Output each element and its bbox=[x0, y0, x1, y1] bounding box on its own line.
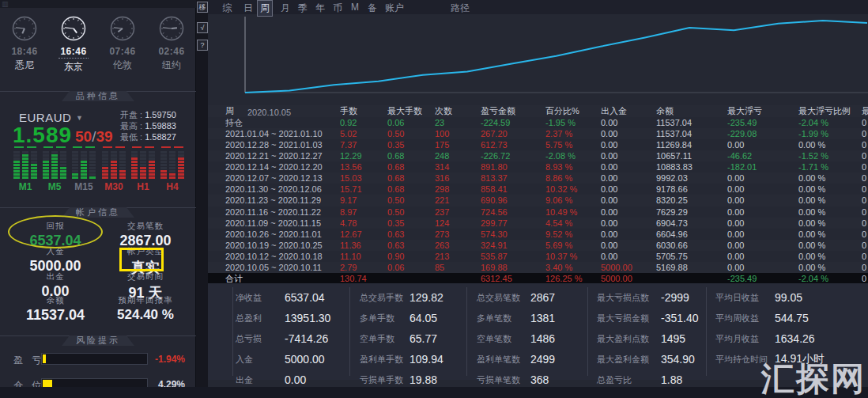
pnl-cell: 891.80 bbox=[481, 161, 545, 172]
period-cell: 持仓 bbox=[225, 117, 340, 128]
eq-cell bbox=[43, 161, 49, 163]
world-clock-纽约[interactable]: 02:46纽约 bbox=[149, 16, 194, 74]
count-cell: 237 bbox=[435, 207, 481, 218]
timeframe-H1[interactable]: H1 bbox=[131, 146, 155, 192]
clock-face-icon bbox=[159, 16, 184, 41]
eq-cell bbox=[89, 154, 96, 157]
account-item-label: 交易笔数 bbox=[101, 221, 190, 232]
account-item-label: 入金 bbox=[6, 246, 104, 257]
period-cell: 2020.11.30 ~ 2020.12.06 bbox=[225, 184, 340, 195]
max-float-loss-cell: 0.00 bbox=[727, 207, 798, 218]
timeframe-M30[interactable]: M30 bbox=[102, 146, 126, 192]
eq-cell bbox=[81, 164, 87, 166]
world-clock-东京[interactable]: 16:46东京 bbox=[51, 16, 96, 74]
eq-cell bbox=[51, 170, 58, 172]
eq-cell bbox=[22, 157, 28, 160]
eq-cell bbox=[22, 164, 28, 166]
column-header: 手数 bbox=[340, 105, 387, 117]
world-clock-悉尼[interactable]: 18:46悉尼 bbox=[2, 16, 47, 74]
table-row[interactable]: 2020.12.14 ~ 2020.12.2013.560.68314891.8… bbox=[208, 161, 868, 172]
table-row[interactable]: 2020.10.05 ~ 2020.10.112.790.0685169.883… bbox=[208, 262, 868, 273]
cutoff-cell: 0 bbox=[862, 207, 868, 218]
table-row[interactable]: 2020.10.19 ~ 2020.10.2511.360.63263324.9… bbox=[208, 240, 868, 251]
percent-cell: 3.40 % bbox=[545, 262, 601, 273]
timeframe-M1[interactable]: M1 bbox=[13, 146, 37, 192]
eq-cell bbox=[13, 170, 20, 172]
timeframe-M5[interactable]: M5 bbox=[43, 146, 66, 192]
section-header-risk: 风险提示 bbox=[0, 335, 196, 346]
lots-cell: 15.03 bbox=[340, 172, 387, 184]
menu-item-M[interactable]: M bbox=[349, 1, 361, 13]
table-row[interactable]: 2020.12.28 ~ 2021.01.037.370.35175612.73… bbox=[208, 139, 868, 150]
table-row[interactable]: 持仓0.920.0623-224.59-1.95 %0.0011537.04-2… bbox=[208, 117, 868, 128]
table-row[interactable]: 2020.10.26 ~ 2020.11.0112.670.63273574.3… bbox=[208, 229, 868, 240]
pnl-cell: 612.73 bbox=[481, 139, 545, 150]
eq-cell bbox=[81, 154, 87, 157]
eq-cell bbox=[43, 154, 49, 157]
table-row[interactable]: 2020.11.16 ~ 2020.11.228.970.50237724.56… bbox=[208, 207, 868, 218]
balance-cell: 9992.03 bbox=[656, 172, 727, 184]
table-row[interactable]: 2020.11.30 ~ 2020.12.0615.710.68298858.4… bbox=[208, 184, 868, 195]
eq-cell bbox=[102, 157, 108, 160]
table-row[interactable]: 2020.12.21 ~ 2020.12.2712.290.68248-226.… bbox=[208, 150, 868, 161]
max-float-loss-pct-cell: 0.00 % bbox=[798, 195, 862, 206]
side-button-2[interactable]: ? bbox=[197, 40, 208, 51]
summary-item: 平均周收益544.75 bbox=[208, 308, 868, 328]
eq-cell bbox=[81, 170, 87, 172]
eq-cell bbox=[160, 151, 167, 154]
window-icon: ▥ bbox=[2, 0, 9, 8]
lots-cell: 9.17 bbox=[340, 195, 387, 206]
eq-cell bbox=[31, 151, 37, 154]
eq-cell bbox=[31, 173, 37, 176]
clock-time: 07:46 bbox=[100, 46, 145, 57]
lots-cell: 8.97 bbox=[340, 207, 387, 218]
eq-cell bbox=[160, 170, 167, 172]
table-row[interactable]: 2020.11.23 ~ 2020.11.299.170.50221690.96… bbox=[208, 195, 868, 206]
chevron-down-icon[interactable]: ▼ bbox=[76, 114, 83, 122]
table-row[interactable]: 2020.12.07 ~ 2020.12.1315.030.68316813.3… bbox=[208, 172, 868, 184]
eq-column bbox=[81, 151, 87, 179]
table-row[interactable]: 2020.10.12 ~ 2020.10.1811.100.90213535.8… bbox=[208, 251, 868, 262]
period-cell: 2021.01.04 ~ 2021.01.10 bbox=[225, 128, 340, 139]
eq-column bbox=[111, 151, 117, 179]
table-row[interactable]: 2021.01.04 ~ 2021.01.105.020.50100267.20… bbox=[208, 128, 868, 139]
count-cell bbox=[435, 273, 481, 284]
balance-cell: 5169.88 bbox=[656, 262, 727, 273]
max-float-loss-pct-cell: 0.00 % bbox=[798, 262, 862, 273]
eq-cell bbox=[102, 151, 108, 154]
eq-cell bbox=[60, 176, 66, 179]
timeframe-M15[interactable]: M15 bbox=[72, 146, 96, 192]
equity-line bbox=[245, 21, 867, 93]
inout-cell: 0.00 bbox=[601, 229, 656, 240]
summary-label: 平均持仓时间 bbox=[715, 354, 768, 366]
eq-cell bbox=[169, 170, 175, 172]
cutoff-cell: 0 bbox=[862, 195, 868, 206]
max-float-loss-pct-cell: 0.00 % bbox=[798, 240, 862, 251]
eq-cell bbox=[149, 167, 155, 169]
lots-cell: 12.67 bbox=[340, 229, 387, 240]
summary-value: 99.05 bbox=[775, 291, 802, 304]
inout-cell: 0.00 bbox=[601, 240, 656, 251]
clock-face-icon bbox=[110, 16, 135, 41]
side-button-0[interactable]: 移 bbox=[197, 2, 208, 13]
cutoff-cell: 0 bbox=[862, 172, 868, 184]
eq-cell bbox=[160, 157, 167, 160]
pnl-cell: -224.59 bbox=[481, 117, 545, 128]
timeframe-H4[interactable]: H4 bbox=[160, 146, 184, 192]
current-price-fraction: 50/39 bbox=[75, 128, 113, 146]
lots-cell: 12.29 bbox=[340, 150, 387, 161]
eq-cell bbox=[81, 176, 87, 179]
eq-cell bbox=[149, 157, 155, 160]
count-cell: 23 bbox=[435, 117, 481, 128]
table-row[interactable]: 2020.11.09 ~ 2020.11.154.780.35124299.77… bbox=[208, 218, 868, 229]
percent-cell: 8.93 % bbox=[545, 161, 601, 172]
cap bbox=[85, 146, 95, 148]
max-float-loss-pct-cell: 0.00 % bbox=[798, 139, 862, 150]
bottom-strip bbox=[0, 387, 868, 398]
world-clock-伦敦[interactable]: 07:46伦敦 bbox=[100, 16, 145, 74]
clock-city: 纽约 bbox=[149, 59, 194, 72]
lots-cell: 5.02 bbox=[340, 128, 387, 139]
pnl-cell: -226.72 bbox=[481, 150, 545, 161]
side-button-1[interactable]: √ bbox=[197, 22, 208, 33]
eq-cell bbox=[178, 170, 184, 172]
